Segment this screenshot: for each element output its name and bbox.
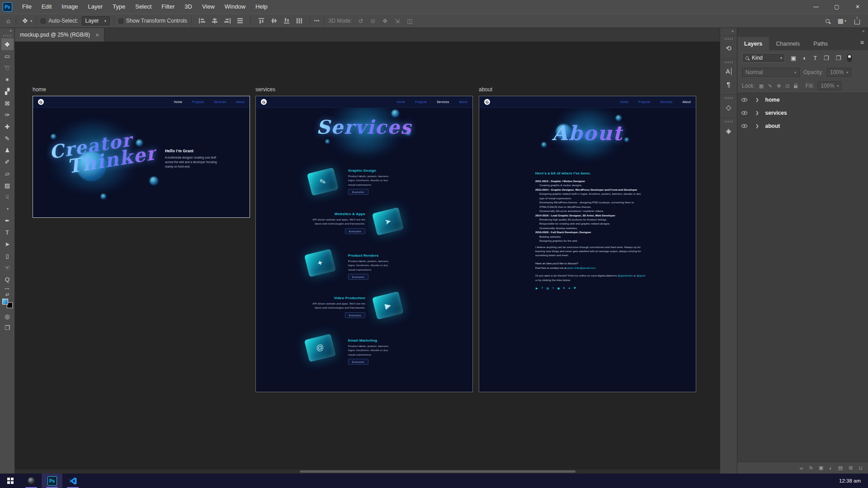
- taskbar-vscode[interactable]: [62, 474, 83, 488]
- expand-group-icon[interactable]: ❯: [755, 98, 759, 102]
- align-center-horizontal-icon[interactable]: [208, 18, 221, 23]
- gradient-tool[interactable]: ▨: [1, 179, 14, 191]
- layer-effects-icon[interactable]: fx: [809, 465, 813, 470]
- maximize-button[interactable]: ▢: [826, 0, 847, 14]
- panel-menu-icon[interactable]: ≡: [860, 37, 868, 50]
- show-transform-checkbox[interactable]: [118, 19, 123, 23]
- search-icon[interactable]: [826, 19, 830, 23]
- properties-panel-icon[interactable]: ◈: [726, 127, 731, 135]
- screen-mode-icon[interactable]: ❐: [5, 324, 10, 331]
- layer-group-icon[interactable]: ▤: [838, 465, 843, 471]
- zoom-tool[interactable]: Q: [1, 273, 14, 285]
- align-middle-icon[interactable]: [268, 18, 280, 23]
- filter-kind-dropdown[interactable]: Kind ▾: [742, 53, 785, 63]
- filter-toggle-switch[interactable]: [847, 54, 852, 62]
- layer-row-services[interactable]: ❯ services: [737, 106, 868, 119]
- rectangle-tool[interactable]: ▯: [1, 250, 14, 262]
- eyedropper-tool[interactable]: ✑: [1, 109, 14, 121]
- eraser-tool[interactable]: ▱: [1, 168, 14, 179]
- tab-paths[interactable]: Paths: [807, 37, 835, 50]
- fill-field[interactable]: 100% ▾: [817, 81, 842, 90]
- artboard-label-about[interactable]: about: [479, 86, 492, 93]
- horizontal-scrollbar-thumb[interactable]: [300, 470, 576, 473]
- menu-select[interactable]: Select: [130, 0, 156, 14]
- 3d-camera-icon[interactable]: ◫: [407, 18, 412, 24]
- adjustment-layer-icon[interactable]: ◐: [829, 465, 832, 471]
- minimize-button[interactable]: —: [806, 0, 826, 14]
- crop-tool[interactable]: ▞: [1, 85, 14, 97]
- align-top-icon[interactable]: [255, 18, 268, 23]
- type-layer-filter-icon[interactable]: T: [812, 55, 818, 61]
- move-tool-preset-icon[interactable]: ✥: [20, 17, 29, 24]
- link-layers-icon[interactable]: ∞: [800, 465, 803, 471]
- marquee-tool[interactable]: ▭: [1, 50, 14, 62]
- expand-group-icon[interactable]: ❯: [755, 124, 759, 128]
- foreground-color-swatch[interactable]: [2, 299, 8, 305]
- align-right-icon[interactable]: [221, 18, 234, 23]
- menu-file[interactable]: File: [17, 0, 37, 14]
- menu-filter[interactable]: Filter: [156, 0, 179, 14]
- artboard-services[interactable]: G Home Projects Services About: [255, 96, 473, 392]
- paragraph-panel-icon[interactable]: ¶: [726, 80, 730, 88]
- new-layer-icon[interactable]: ⊞: [849, 465, 853, 471]
- shape-layer-filter-icon[interactable]: ❒: [822, 55, 830, 61]
- visibility-eye-icon[interactable]: [741, 98, 747, 102]
- artboard-label-home[interactable]: home: [33, 86, 46, 93]
- path-select-tool[interactable]: ➤: [1, 238, 14, 250]
- canvas[interactable]: home G Home Projects Services About: [15, 42, 720, 474]
- dock-collapse-icon[interactable]: «: [720, 28, 737, 35]
- auto-select-checkbox[interactable]: [41, 19, 46, 23]
- menu-image[interactable]: Image: [57, 0, 83, 14]
- lock-all-icon[interactable]: [794, 85, 797, 88]
- layer-row-about[interactable]: ❯ about: [737, 119, 868, 132]
- auto-select-target-dropdown[interactable]: Layer ▾: [82, 16, 110, 25]
- 3d-roll-icon[interactable]: ⊙: [370, 18, 375, 24]
- hand-tool[interactable]: ☜: [1, 262, 14, 273]
- chevron-down-icon[interactable]: ▾: [30, 19, 32, 23]
- menu-layer[interactable]: Layer: [83, 0, 108, 14]
- menu-help[interactable]: Help: [250, 0, 273, 14]
- menu-edit[interactable]: Edit: [37, 0, 57, 14]
- swap-colors-icon[interactable]: ⇄: [5, 292, 9, 297]
- healing-brush-tool[interactable]: ✚: [1, 121, 14, 132]
- menu-view[interactable]: View: [197, 0, 220, 14]
- artboard-label-services[interactable]: services: [255, 86, 275, 93]
- artboard-home[interactable]: G Home Projects Services About: [33, 96, 250, 218]
- more-align-options-icon[interactable]: •••: [314, 19, 320, 23]
- menu-type[interactable]: Type: [108, 0, 130, 14]
- 3d-slide-icon[interactable]: ⇲: [395, 18, 400, 24]
- pen-tool[interactable]: ✒: [1, 215, 14, 226]
- delete-layer-icon[interactable]: ⊔: [859, 465, 863, 471]
- opacity-field[interactable]: 100% ▾: [827, 68, 851, 77]
- lock-image-pixels-icon[interactable]: ✎: [768, 83, 773, 89]
- taskbar-clock[interactable]: 12:38 am: [839, 478, 868, 483]
- 3d-panel-icon[interactable]: ◇: [726, 103, 731, 112]
- horizontal-scrollbar-track[interactable]: [15, 469, 720, 474]
- artboard-about[interactable]: G Home Projects Services About: [479, 96, 696, 392]
- distribute-horizontal-icon[interactable]: [234, 18, 246, 23]
- layer-name[interactable]: about: [765, 123, 780, 129]
- smudge-tool[interactable]: ☟: [1, 191, 14, 203]
- lock-position-icon[interactable]: ✥: [776, 83, 781, 89]
- workspace-switcher[interactable]: ▦ ▾: [838, 17, 846, 24]
- layer-mask-icon[interactable]: ▣: [819, 465, 823, 471]
- 3d-pan-icon[interactable]: ✥: [382, 18, 387, 24]
- document-tab[interactable]: mockup.psd @ 25% (RGB/8) ✕: [15, 28, 104, 42]
- close-button[interactable]: ✕: [847, 0, 868, 14]
- align-bottom-icon[interactable]: [280, 18, 293, 23]
- toolbar-expand-icon[interactable]: »: [0, 28, 14, 34]
- distribute-vertical-icon[interactable]: [293, 18, 306, 23]
- panel-collapse-icon[interactable]: »: [737, 28, 868, 37]
- close-tab-icon[interactable]: ✕: [95, 33, 99, 38]
- quick-mask-icon[interactable]: ◎: [5, 313, 9, 320]
- lock-artboard-icon[interactable]: ⊡: [785, 83, 790, 89]
- 3d-orbit-icon[interactable]: ↺: [359, 18, 363, 24]
- start-button[interactable]: [0, 474, 21, 488]
- frame-tool[interactable]: ⊠: [1, 97, 14, 109]
- magic-wand-tool[interactable]: ✶: [1, 74, 14, 85]
- character-panel-icon[interactable]: A: [726, 68, 731, 75]
- tab-layers[interactable]: Layers: [737, 37, 769, 50]
- lock-transparent-pixels-icon[interactable]: ▦: [759, 83, 764, 89]
- history-panel-icon[interactable]: ⟲: [726, 44, 731, 52]
- tab-channels[interactable]: Channels: [769, 37, 807, 50]
